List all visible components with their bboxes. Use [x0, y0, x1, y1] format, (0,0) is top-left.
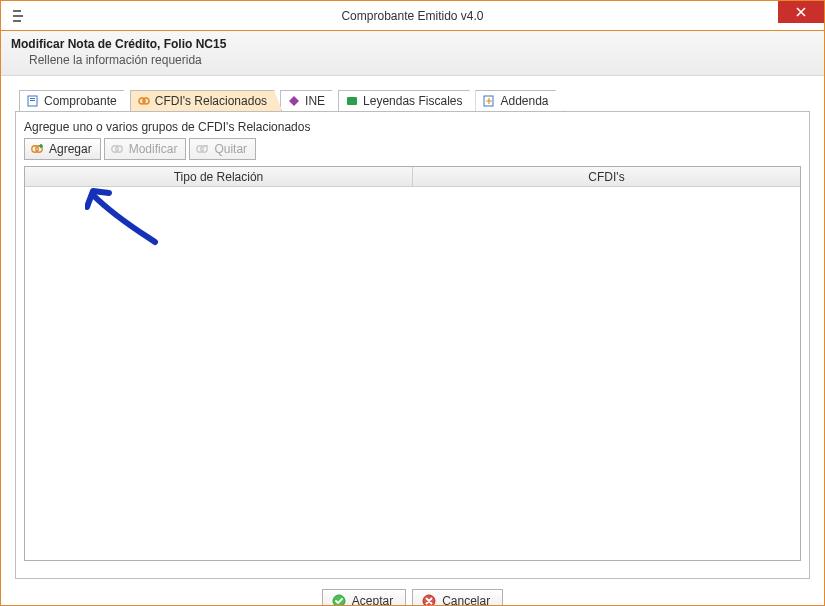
document-icon — [26, 94, 40, 108]
column-cfdis[interactable]: CFDI's — [413, 167, 800, 186]
tab-ine[interactable]: INE — [280, 90, 340, 111]
tab-label: Leyendas Fiscales — [363, 94, 462, 108]
addenda-icon — [482, 94, 496, 108]
tab-comprobante[interactable]: Comprobante — [19, 90, 132, 111]
accept-icon — [331, 593, 347, 606]
button-label: Cancelar — [442, 594, 490, 606]
button-label: Agregar — [49, 142, 92, 156]
dialog-footer: Aceptar Cancelar — [1, 579, 824, 606]
cfdis-grid: Tipo de Relación CFDI's — [24, 166, 801, 561]
svg-point-4 — [143, 98, 149, 104]
button-label: Modificar — [129, 142, 178, 156]
edit-icon — [109, 141, 125, 157]
tab-cfdis-relacionados[interactable]: CFDI's Relacionados — [130, 90, 282, 111]
quitar-button: Quitar — [189, 138, 256, 160]
toolbar: Agregar Modificar Quitar — [24, 138, 801, 160]
add-icon — [29, 141, 45, 157]
note-icon — [345, 94, 359, 108]
grid-body — [25, 187, 800, 560]
aceptar-button[interactable]: Aceptar — [322, 589, 406, 606]
modificar-button: Modificar — [104, 138, 187, 160]
tab-label: INE — [305, 94, 325, 108]
tab-addenda[interactable]: Addenda — [475, 90, 563, 111]
window-close-button[interactable] — [778, 1, 824, 23]
app-icon — [9, 7, 27, 25]
header-strip: Modificar Nota de Crédito, Folio NC15 Re… — [1, 31, 824, 76]
grid-header: Tipo de Relación CFDI's — [25, 167, 800, 187]
svg-point-10 — [116, 146, 122, 152]
tab-label: Addenda — [500, 94, 548, 108]
tab-panel-cfdis: Agregue uno o varios grupos de CFDI's Re… — [15, 111, 810, 579]
panel-instruction: Agregue uno o varios grupos de CFDI's Re… — [24, 120, 801, 134]
annotation-arrow-icon — [85, 187, 185, 247]
button-label: Aceptar — [352, 594, 393, 606]
svg-rect-1 — [30, 98, 35, 99]
tab-label: CFDI's Relacionados — [155, 94, 267, 108]
header-subtitle: Rellene la información requerida — [29, 53, 814, 67]
tab-leyendas-fiscales[interactable]: Leyendas Fiscales — [338, 90, 477, 111]
svg-rect-5 — [347, 97, 357, 105]
diamond-icon — [287, 94, 301, 108]
content-area: Comprobante CFDI's Relacionados INE Leye… — [1, 76, 824, 579]
svg-point-13 — [333, 595, 345, 606]
cancelar-button[interactable]: Cancelar — [412, 589, 503, 606]
window-title: Comprobante Emitido v4.0 — [1, 9, 824, 23]
window-titlebar: Comprobante Emitido v4.0 — [1, 1, 824, 31]
link-icon — [137, 94, 151, 108]
svg-rect-2 — [30, 100, 35, 101]
cancel-icon — [421, 593, 437, 606]
remove-icon — [194, 141, 210, 157]
header-title: Modificar Nota de Crédito, Folio NC15 — [11, 37, 814, 51]
column-tipo-relacion[interactable]: Tipo de Relación — [25, 167, 413, 186]
close-icon — [796, 7, 806, 17]
agregar-button[interactable]: Agregar — [24, 138, 101, 160]
tab-label: Comprobante — [44, 94, 117, 108]
tabs-row: Comprobante CFDI's Relacionados INE Leye… — [19, 90, 810, 111]
button-label: Quitar — [214, 142, 247, 156]
